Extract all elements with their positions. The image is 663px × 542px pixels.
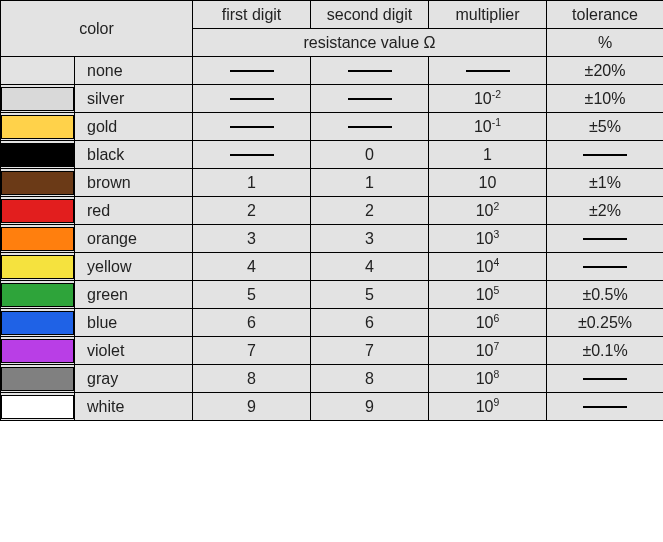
dash-icon <box>230 154 274 156</box>
multiplier: 102 <box>429 197 547 225</box>
swatch-icon <box>1 311 74 335</box>
dash-icon <box>348 126 392 128</box>
tolerance <box>547 253 664 281</box>
second-digit: 4 <box>311 253 429 281</box>
multiplier-exp: 4 <box>494 256 500 267</box>
multiplier-base: 10 <box>476 286 494 303</box>
first-digit: 6 <box>193 309 311 337</box>
first-digit: 2 <box>193 197 311 225</box>
tolerance: ±10% <box>547 85 664 113</box>
multiplier-base: 10 <box>474 118 492 135</box>
multiplier: 10-1 <box>429 113 547 141</box>
second-digit: 7 <box>311 337 429 365</box>
table-row: gold10-1±5% <box>1 113 664 141</box>
multiplier-exp: 2 <box>494 200 500 211</box>
tolerance: ±2% <box>547 197 664 225</box>
first-digit: 5 <box>193 281 311 309</box>
table-row: white99109 <box>1 393 664 421</box>
color-swatch <box>1 365 75 393</box>
color-swatch <box>1 57 75 85</box>
swatch-icon <box>1 367 74 391</box>
color-name: silver <box>75 85 193 113</box>
dash-icon <box>348 98 392 100</box>
tolerance <box>547 393 664 421</box>
multiplier: 105 <box>429 281 547 309</box>
multiplier-base: 10 <box>476 202 494 219</box>
multiplier-exp: 8 <box>494 368 500 379</box>
multiplier: 1 <box>429 141 547 169</box>
swatch-icon <box>1 171 74 195</box>
swatch-icon <box>1 115 74 139</box>
table-row: violet77107±0.1% <box>1 337 664 365</box>
color-swatch <box>1 225 75 253</box>
first-digit <box>193 85 311 113</box>
table-row: gray88108 <box>1 365 664 393</box>
tolerance: ±0.25% <box>547 309 664 337</box>
multiplier-exp: 3 <box>494 228 500 239</box>
second-digit: 1 <box>311 169 429 197</box>
tolerance: ±5% <box>547 113 664 141</box>
second-digit <box>311 85 429 113</box>
color-swatch <box>1 113 75 141</box>
multiplier-base: 10 <box>476 230 494 247</box>
header-second-digit: second digit <box>311 1 429 29</box>
header-resistance-value: resistance value Ω <box>193 29 547 57</box>
second-digit: 0 <box>311 141 429 169</box>
multiplier-exp: 9 <box>494 396 500 407</box>
tolerance: ±20% <box>547 57 664 85</box>
resistor-color-code-table: color first digit second digit multiplie… <box>0 0 663 421</box>
color-name: red <box>75 197 193 225</box>
dash-icon <box>583 266 627 268</box>
table-row: black01 <box>1 141 664 169</box>
multiplier: 109 <box>429 393 547 421</box>
color-name: green <box>75 281 193 309</box>
color-name: gold <box>75 113 193 141</box>
multiplier-exp: -1 <box>492 116 501 127</box>
multiplier: 108 <box>429 365 547 393</box>
multiplier: 10 <box>429 169 547 197</box>
color-swatch <box>1 85 75 113</box>
dash-icon <box>348 70 392 72</box>
second-digit: 3 <box>311 225 429 253</box>
multiplier-exp: 6 <box>494 312 500 323</box>
tolerance: ±0.5% <box>547 281 664 309</box>
color-name: black <box>75 141 193 169</box>
multiplier-base: 10 <box>476 342 494 359</box>
swatch-icon <box>1 283 74 307</box>
multiplier: 10-2 <box>429 85 547 113</box>
table-row: yellow44104 <box>1 253 664 281</box>
header-percent: % <box>547 29 664 57</box>
tolerance <box>547 365 664 393</box>
multiplier-base: 10 <box>476 258 494 275</box>
color-name: orange <box>75 225 193 253</box>
multiplier-exp: 7 <box>494 340 500 351</box>
first-digit: 9 <box>193 393 311 421</box>
table-row: orange33103 <box>1 225 664 253</box>
multiplier-exp: 5 <box>494 284 500 295</box>
dash-icon <box>583 154 627 156</box>
first-digit <box>193 141 311 169</box>
multiplier-exp: -2 <box>492 88 501 99</box>
tolerance <box>547 225 664 253</box>
swatch-icon <box>1 227 74 251</box>
multiplier-base: 10 <box>476 398 494 415</box>
table-row: red22102±2% <box>1 197 664 225</box>
first-digit: 7 <box>193 337 311 365</box>
dash-icon <box>230 126 274 128</box>
header-multiplier: multiplier <box>429 1 547 29</box>
swatch-icon <box>1 395 74 419</box>
table-row: brown1110±1% <box>1 169 664 197</box>
multiplier: 107 <box>429 337 547 365</box>
dash-icon <box>230 70 274 72</box>
dash-icon <box>583 238 627 240</box>
swatch-icon <box>1 143 74 167</box>
first-digit: 8 <box>193 365 311 393</box>
color-name: white <box>75 393 193 421</box>
swatch-icon <box>1 339 74 363</box>
tolerance: ±0.1% <box>547 337 664 365</box>
color-name: yellow <box>75 253 193 281</box>
dash-icon <box>230 98 274 100</box>
dash-icon <box>583 406 627 408</box>
swatch-icon <box>1 255 74 279</box>
first-digit: 4 <box>193 253 311 281</box>
